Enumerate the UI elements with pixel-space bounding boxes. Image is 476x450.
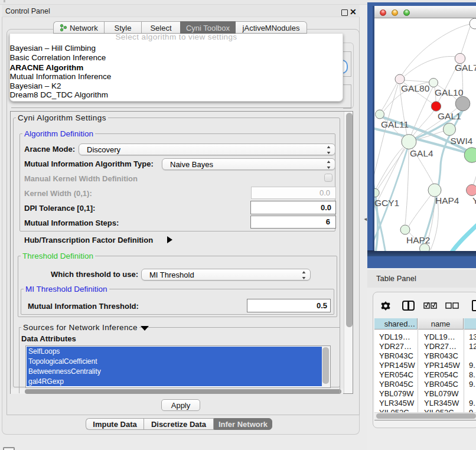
svg-text:GAL4: GAL4 xyxy=(410,148,433,158)
svg-text:YB: YB xyxy=(472,195,476,206)
svg-text:GAL10: GAL10 xyxy=(435,87,464,97)
svg-text:GAL11: GAL11 xyxy=(381,119,409,129)
svg-text:GAL1: GAL1 xyxy=(438,111,461,121)
svg-text:HAP2: HAP2 xyxy=(406,235,431,245)
svg-text:GCY1: GCY1 xyxy=(374,198,399,208)
svg-text:SWI4: SWI4 xyxy=(451,136,473,146)
svg-text:GAL7: GAL7 xyxy=(455,63,476,73)
svg-text:HAP4: HAP4 xyxy=(435,195,459,206)
svg-text:GAL80: GAL80 xyxy=(401,83,430,93)
